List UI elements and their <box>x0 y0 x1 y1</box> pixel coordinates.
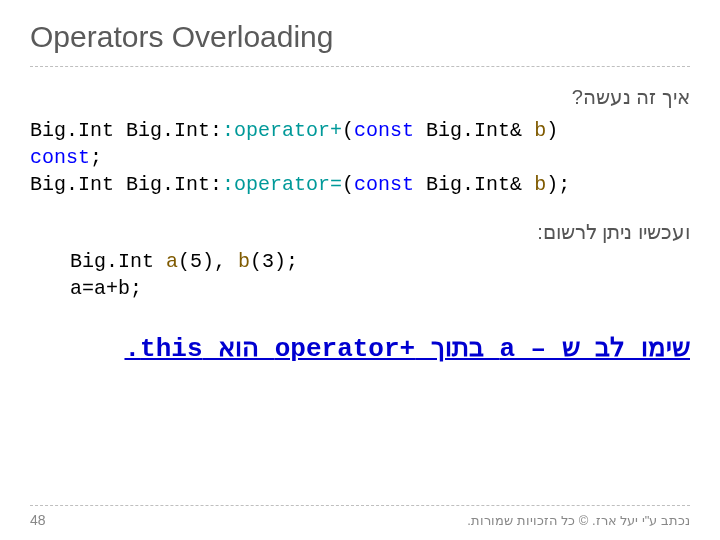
code-var: b <box>534 119 546 142</box>
footer-copyright: נכתב ע"י יעל ארז. © כל הזכויות שמורות. <box>467 513 690 528</box>
code-text: (5), <box>178 250 238 273</box>
code-text: ) <box>546 119 558 142</box>
code-block-1: Big.Int Big.Int::operator+(const Big.Int… <box>30 117 690 198</box>
code-keyword: const <box>354 119 414 142</box>
code-text: ( <box>342 173 354 196</box>
page-number: 48 <box>30 512 46 528</box>
attn-code: a <box>499 334 515 364</box>
code-keyword: const <box>354 173 414 196</box>
divider-bottom <box>30 505 690 506</box>
code-text: Big.Int Big.Int: <box>30 173 222 196</box>
code-text: a=a+b; <box>70 277 142 300</box>
code-text: ( <box>342 119 354 142</box>
code-var: b <box>238 250 250 273</box>
code-text: :operator= <box>222 173 342 196</box>
attn-text: . <box>124 334 140 364</box>
divider-top <box>30 66 690 67</box>
attention-note: שימו לב ש – a בתוך operator+ הוא this. <box>30 332 690 367</box>
attn-text: בתוך <box>415 334 499 364</box>
code-var: b <box>534 173 546 196</box>
attn-code: operator+ <box>275 334 415 364</box>
code-text: Big.Int Big.Int: <box>30 119 222 142</box>
hebrew-now: ועכשיו ניתן לרשום: <box>30 220 690 244</box>
code-keyword: const <box>30 146 90 169</box>
code-block-2: Big.Int a(5), b(3); a=a+b; <box>70 248 690 302</box>
code-text: Big.Int& <box>414 173 534 196</box>
code-text: Big.Int <box>70 250 166 273</box>
page-title: Operators Overloading <box>30 20 690 54</box>
code-text: Big.Int& <box>414 119 534 142</box>
code-text: (3); <box>250 250 298 273</box>
attn-code: this <box>140 334 202 364</box>
code-text: ); <box>546 173 570 196</box>
footer: 48 נכתב ע"י יעל ארז. © כל הזכויות שמורות… <box>30 505 690 528</box>
code-var: a <box>166 250 178 273</box>
attn-text: הוא <box>203 334 275 364</box>
hebrew-question: איך זה נעשה? <box>30 85 690 109</box>
attn-text: שימו לב ש – <box>515 334 690 364</box>
code-text: :operator+ <box>222 119 342 142</box>
code-text: ; <box>90 146 102 169</box>
